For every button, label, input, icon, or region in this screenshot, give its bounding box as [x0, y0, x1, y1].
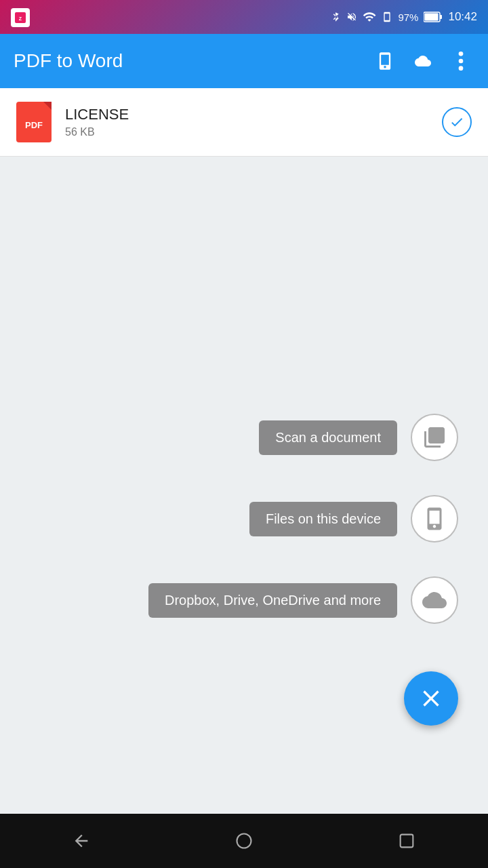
app-title: PDF to Word — [14, 50, 361, 72]
scan-label[interactable]: Scan a document — [259, 420, 397, 455]
cloud-row: Dropbox, Drive, OneDrive and more — [148, 576, 458, 624]
files-row: Files on this device — [249, 495, 458, 542]
toolbar: PDF to Word — [0, 34, 488, 88]
app-status-icon: Z — [11, 8, 30, 27]
main-content: PDF LICENSE 56 KB Scan a document Files … — [0, 88, 488, 814]
pdf-file-icon: PDF — [16, 102, 52, 142]
svg-point-7 — [459, 66, 464, 71]
battery-text: 97% — [398, 12, 418, 23]
svg-rect-4 — [425, 14, 439, 21]
check-button[interactable] — [442, 107, 472, 137]
cloud-button[interactable] — [409, 47, 436, 75]
svg-rect-3 — [440, 15, 442, 19]
bluetooth-icon — [330, 10, 341, 24]
file-item[interactable]: PDF LICENSE 56 KB — [0, 88, 488, 157]
mute-icon — [346, 10, 357, 24]
device-button[interactable] — [371, 47, 399, 75]
app-icon: Z — [11, 8, 30, 27]
file-size: 56 KB — [65, 126, 442, 138]
nav-bar — [0, 814, 488, 868]
cloud-upload-button[interactable] — [411, 576, 458, 624]
files-label[interactable]: Files on this device — [249, 502, 397, 536]
status-icons: 97% 10:42 — [330, 10, 477, 24]
more-button[interactable] — [447, 47, 474, 75]
wifi-icon — [363, 10, 376, 24]
sim-icon — [382, 10, 392, 24]
svg-rect-9 — [401, 835, 413, 848]
back-button[interactable] — [64, 824, 98, 858]
time-display: 10:42 — [448, 10, 477, 24]
svg-point-5 — [459, 52, 464, 56]
battery-icon — [424, 12, 443, 22]
fab-area: Scan a document Files on this device Dro… — [0, 414, 488, 624]
file-info: LICENSE 56 KB — [65, 106, 442, 138]
home-button[interactable] — [227, 824, 261, 858]
files-button[interactable] — [411, 495, 458, 542]
recents-button[interactable] — [390, 824, 424, 858]
svg-point-6 — [459, 59, 464, 64]
scan-button[interactable] — [411, 414, 458, 461]
cloud-label[interactable]: Dropbox, Drive, OneDrive and more — [148, 583, 397, 618]
main-fab-button[interactable] — [404, 671, 458, 726]
svg-point-8 — [237, 834, 251, 848]
status-bar: Z 97% 10:42 — [0, 0, 488, 34]
svg-text:Z: Z — [19, 16, 22, 21]
file-name: LICENSE — [65, 106, 442, 123]
scan-row: Scan a document — [259, 414, 458, 461]
